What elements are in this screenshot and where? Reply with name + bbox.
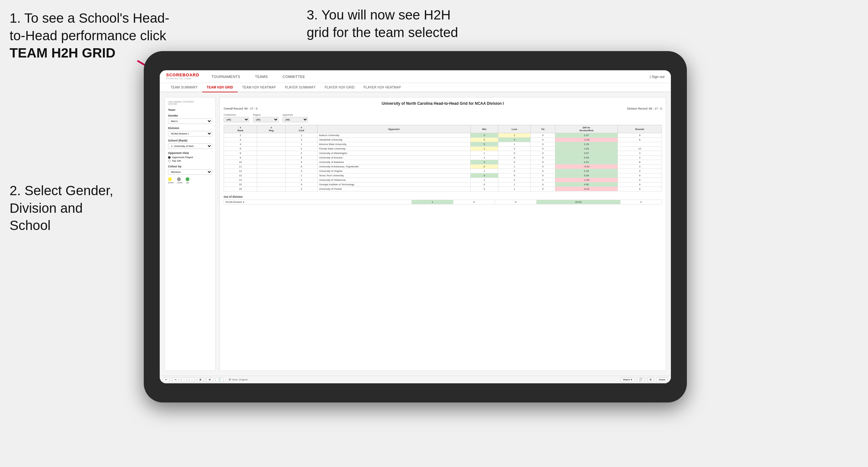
table-row: 3 2 Vanderbilt University 0 4 0 -2.29 8 bbox=[224, 138, 662, 142]
col-conf: #Conf bbox=[286, 125, 317, 133]
conference-select[interactable]: (All) bbox=[224, 117, 249, 122]
ann2-line2: Division and bbox=[9, 200, 83, 216]
ood-cell-rounds: 3 bbox=[620, 200, 662, 205]
col-reg: #Reg bbox=[257, 125, 286, 133]
opponent-select[interactable]: (All) bbox=[282, 117, 308, 122]
tab-player-summary[interactable]: PLAYER SUMMARY bbox=[280, 83, 320, 92]
cell-reg bbox=[257, 138, 286, 142]
nav-committee[interactable]: COMMITTEE bbox=[280, 73, 308, 80]
share-btn[interactable]: Share bbox=[656, 377, 668, 382]
back-btn[interactable]: ‹ bbox=[182, 377, 187, 382]
cell-win: 3 bbox=[470, 187, 498, 191]
cell-opponent: Auburn University bbox=[317, 133, 470, 138]
gender-label: Gender bbox=[168, 114, 212, 117]
undo-btn[interactable]: ↩ bbox=[163, 377, 169, 382]
cell-rank: 2 bbox=[224, 133, 257, 138]
col-tie: Tie bbox=[531, 125, 555, 133]
cell-diff: 1.67 bbox=[555, 133, 618, 138]
table-row: 16 3 University of Florida 3 1 0 -6.42 9 bbox=[224, 187, 662, 191]
zoom-btn[interactable]: ⊕ bbox=[206, 377, 213, 382]
cell-diff: 2.33 bbox=[555, 169, 618, 174]
crop-btn[interactable]: ⊞ bbox=[197, 377, 204, 382]
redo-btn[interactable]: ↪ bbox=[172, 377, 179, 382]
col-rank: #Rank bbox=[224, 125, 257, 133]
cell-opponent: Vanderbilt University bbox=[317, 138, 470, 142]
color-legend: Down Level Up bbox=[168, 177, 212, 184]
ann1-line2: to-Head performance click bbox=[9, 28, 166, 43]
radio-top-100[interactable]: Top 100 bbox=[168, 159, 212, 162]
comment-btn[interactable]: 💬 bbox=[637, 377, 645, 382]
cell-diff: 2.29 bbox=[555, 142, 618, 147]
division-record: Division Record: 88 - 17 - 0 bbox=[627, 107, 662, 110]
cell-win: 1 bbox=[470, 147, 498, 151]
cell-conf: 1 bbox=[286, 142, 317, 147]
cell-loss: 4 bbox=[498, 138, 531, 142]
table-row: 15 4 Georgia Institute of Technology 0 1… bbox=[224, 182, 662, 187]
cell-opponent: Texas Tech University bbox=[317, 174, 470, 178]
cell-diff: 9.00 bbox=[555, 156, 618, 160]
cell-rank: 16 bbox=[224, 187, 257, 191]
legend-up: Up bbox=[186, 177, 189, 184]
col-rounds: Rounds bbox=[618, 125, 662, 133]
ood-table-row: NCAA Division II 1 0 0 26.00 3 bbox=[224, 200, 662, 205]
opponent-filter: Opponent (All) bbox=[282, 114, 308, 122]
colour-by-select[interactable]: Win/loss bbox=[168, 169, 212, 175]
out-of-division-table: NCAA Division II 1 0 0 26.00 3 bbox=[224, 200, 662, 205]
table-row: 4 1 Arizona State University 5 1 0 2.29 bbox=[224, 142, 662, 147]
cell-loss: 1 bbox=[498, 187, 531, 191]
cell-rank: 13 bbox=[224, 174, 257, 178]
cell-tie: 0 bbox=[531, 178, 555, 182]
cell-conf: 3 bbox=[286, 169, 317, 174]
tab-team-h2h-grid[interactable]: TEAM H2H GRID bbox=[202, 83, 238, 92]
layout-btn[interactable]: ⊟ bbox=[647, 377, 654, 382]
cell-reg bbox=[257, 156, 286, 160]
cell-loss: 1 bbox=[498, 133, 531, 138]
tab-player-h2h-heatmap[interactable]: PLAYER H2H HEATMAP bbox=[359, 83, 405, 92]
region-select[interactable]: (All) bbox=[253, 117, 279, 122]
cell-win: 0 bbox=[470, 138, 498, 142]
forward-btn[interactable]: › bbox=[189, 377, 195, 382]
legend-down: Down bbox=[168, 177, 174, 184]
cell-diff: 4.50 bbox=[555, 182, 618, 187]
cell-rank: 11 bbox=[224, 164, 257, 169]
filters-row: Conference (All) Region (All) Opponent bbox=[224, 114, 662, 122]
col-opponent: Opponent bbox=[317, 125, 470, 133]
table-row: 12 3 University of Virginia 1 0 0 2.33 3 bbox=[224, 169, 662, 174]
gender-select[interactable]: Men's bbox=[168, 119, 212, 124]
division-select[interactable]: NCAA Division I bbox=[168, 131, 212, 136]
cell-reg bbox=[257, 160, 286, 164]
cell-opponent: Florida State University bbox=[317, 147, 470, 151]
cell-conf: 1 bbox=[286, 174, 317, 178]
cell-conf: 3 bbox=[286, 187, 317, 191]
conference-filter: Conference (All) bbox=[224, 114, 249, 122]
cell-rounds: 9 bbox=[618, 133, 662, 138]
grid-panel: University of North Carolina Head-to-Hea… bbox=[219, 97, 666, 371]
annotation-3: 3. You will now see H2H grid for the tea… bbox=[307, 6, 498, 41]
cell-tie: 0 bbox=[531, 164, 555, 169]
cell-opponent: University of Arkansas, Fayetteville bbox=[317, 164, 470, 169]
app-logo: SCOREBOARD Powered by clippi bbox=[166, 73, 199, 80]
cell-diff: -4.33 bbox=[555, 164, 618, 169]
tab-player-h2h-grid[interactable]: PLAYER H2H GRID bbox=[320, 83, 359, 92]
tab-team-h2h-heatmap[interactable]: TEAM H2H HEATMAP bbox=[238, 83, 280, 92]
cell-opponent: Arizona State University bbox=[317, 142, 470, 147]
clock-btn[interactable]: 🕐 bbox=[216, 377, 223, 382]
app-nav: SCOREBOARD Powered by clippi TOURNAMENTS… bbox=[160, 70, 671, 83]
table-row: 9 3 University of Arizona 1 0 0 9.00 2 bbox=[224, 156, 662, 160]
nav-teams[interactable]: TEAMS bbox=[252, 73, 270, 80]
radio-opponents-played[interactable]: Opponents Played bbox=[168, 156, 212, 159]
sub-nav: TEAM SUMMARY TEAM H2H GRID TEAM H2H HEAT… bbox=[160, 83, 671, 92]
school-select[interactable]: 1. University of Nort... bbox=[168, 144, 212, 149]
table-row: 2 1 Auburn University 2 1 0 1.67 9 bbox=[224, 133, 662, 138]
colour-by-label: Colour by bbox=[168, 165, 212, 168]
division-label: Division bbox=[168, 126, 212, 130]
sign-out[interactable]: | Sign out bbox=[650, 75, 664, 79]
watch-btn[interactable]: Watch ▾ bbox=[621, 377, 634, 382]
cell-tie: 0 bbox=[531, 160, 555, 164]
tab-team-summary[interactable]: TEAM SUMMARY bbox=[166, 83, 202, 92]
view-label: 🖥 View: Original bbox=[228, 378, 247, 381]
cell-rounds: 2 bbox=[618, 156, 662, 160]
cell-win: 1 bbox=[470, 169, 498, 174]
nav-tournaments[interactable]: TOURNAMENTS bbox=[209, 73, 243, 80]
cell-reg bbox=[257, 178, 286, 182]
